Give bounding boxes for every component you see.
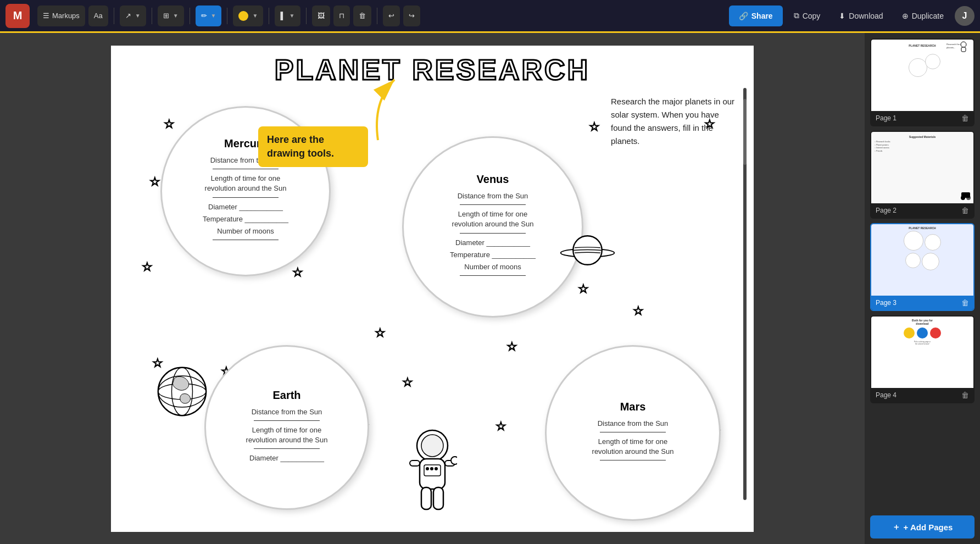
avatar[interactable]: J <box>955 6 975 26</box>
delete-page-4-icon[interactable]: 🗑 <box>961 391 969 399</box>
font-button[interactable]: Aa <box>88 5 108 26</box>
star-decoration: ☆ <box>589 120 600 134</box>
page-thumb-3-image: PLANET RESEARCH <box>871 224 973 296</box>
mars-line-1 <box>600 432 666 432</box>
svg-point-8 <box>421 435 443 457</box>
mercury-field-4: Temperature ___________ <box>203 214 288 224</box>
markups-button[interactable]: ☰ Markups <box>37 5 85 26</box>
svg-point-13 <box>435 467 438 470</box>
scrollbar-track[interactable] <box>743 88 747 500</box>
page-thumb-2-image: Suggested Materials ○ Research books ○ P… <box>871 132 973 203</box>
page-thumb-4-image: Both for you fordownload Pick a coloring… <box>871 317 973 388</box>
crop-icon: ⊓ <box>339 12 344 20</box>
venus-field-2: Length of time for onerevolution around … <box>452 209 534 229</box>
star-decoration: ☆ <box>578 282 589 296</box>
canvas-area[interactable]: Here are the drawing tools. PLANET RESEA… <box>0 33 865 544</box>
star-decoration: ☆ <box>402 375 413 390</box>
star-decoration: ☆ <box>149 175 160 189</box>
grid-button[interactable]: ⊞ ▼ <box>158 5 184 26</box>
page-thumb-2[interactable]: Suggested Materials ○ Research books ○ P… <box>870 131 975 219</box>
earth-title: Earth <box>272 389 300 402</box>
svg-point-12 <box>430 467 433 470</box>
copy-icon: ⧉ <box>794 11 799 20</box>
page-thumb-4[interactable]: Both for you fordownload Pick a coloring… <box>870 315 975 403</box>
mercury-field-5: Number of moons <box>217 226 274 236</box>
arrow-button[interactable]: ↗ ▼ <box>120 5 146 26</box>
star-decoration: ☆ <box>292 265 303 280</box>
page-title: PLANET RESEARCH <box>111 53 754 86</box>
crop-button[interactable]: ⊓ <box>333 5 350 26</box>
venus-field-4: Temperature ___________ <box>450 250 536 260</box>
delete-button[interactable]: 🗑 <box>353 5 371 26</box>
mars-line-2 <box>600 460 666 460</box>
delete-page-1-icon[interactable]: 🗑 <box>961 114 969 123</box>
pen-icon: ✏ <box>201 12 207 20</box>
separator-5 <box>269 8 269 24</box>
venus-title: Venus <box>477 173 509 186</box>
page-thumb-1[interactable]: PLANET RESEARCH Research the majorplanet… <box>870 38 975 126</box>
separator-7 <box>377 8 377 24</box>
svg-point-19 <box>961 42 966 47</box>
svg-point-18 <box>451 457 457 464</box>
mercury-line-3 <box>213 240 279 240</box>
earth-field-1: Distance from the Sun <box>252 407 322 417</box>
pen-button[interactable]: ✏ ▼ <box>196 5 222 26</box>
stroke-icon: ▌ <box>280 12 285 20</box>
venus-line-3 <box>460 275 526 276</box>
star-decoration: ☆ <box>164 117 175 131</box>
mars-title: Mars <box>620 401 646 413</box>
redo-button[interactable]: ↪ <box>403 5 420 26</box>
saturn-decoration <box>559 230 616 271</box>
earth-circle: Earth Distance from the Sun Length of ti… <box>204 345 369 510</box>
arrow-icon: ↗ <box>125 12 131 20</box>
image-button[interactable]: 🖼 <box>312 5 330 26</box>
delete-page-2-icon[interactable]: 🗑 <box>961 206 969 215</box>
earth-line-2 <box>254 448 320 449</box>
venus-line-2 <box>460 233 526 234</box>
mercury-field-2: Length of time for onerevolution around … <box>205 174 287 193</box>
delete-page-3-icon[interactable]: 🗑 <box>961 298 969 307</box>
add-pages-button[interactable]: ＋ + Add Pages <box>870 515 975 539</box>
tooltip-arrow <box>361 74 405 148</box>
duplicate-button[interactable]: ⊕ Duplicate <box>894 5 951 26</box>
earth-line-1 <box>254 420 320 421</box>
color-picker-button[interactable]: ▼ <box>233 5 263 26</box>
copy-button[interactable]: ⧉ Copy <box>786 5 828 26</box>
mars-field-2: Length of time for onerevolution around … <box>592 437 674 457</box>
app-logo: M <box>5 4 30 28</box>
earth-field-3: Diameter ___________ <box>249 453 324 463</box>
color-caret: ▼ <box>252 13 258 19</box>
page-2-label: Page 2 <box>876 207 897 214</box>
venus-field-1: Distance from the Sun <box>458 191 528 201</box>
sidebar: PLANET RESEARCH Research the majorplanet… <box>865 33 980 544</box>
color-dot <box>238 11 248 21</box>
mars-field-1: Distance from the Sun <box>598 419 669 429</box>
star-decoration: ☆ <box>506 340 517 354</box>
venus-line-1 <box>460 204 526 205</box>
star-decoration: ☆ <box>375 326 386 340</box>
venus-field-3: Diameter ___________ <box>455 238 530 248</box>
download-icon: ⬇ <box>839 12 845 20</box>
tooltip-box: Here are the drawing tools. <box>258 126 368 167</box>
stroke-caret: ▼ <box>289 13 295 19</box>
main-layout: Here are the drawing tools. PLANET RESEA… <box>0 33 980 544</box>
svg-point-1 <box>158 367 206 415</box>
share-icon: 🔗 <box>739 12 748 20</box>
pen-caret: ▼ <box>211 13 216 19</box>
star-decoration: ☆ <box>142 260 153 274</box>
toolbar: M ☰ Markups Aa ↗ ▼ ⊞ ▼ ✏ ▼ ▼ ▌ ▼ 🖼 ⊓ 🗑 <box>0 0 980 33</box>
research-text: Research the major planets in our solar … <box>611 95 737 148</box>
page-thumb-3[interactable]: PLANET RESEARCH Page 3 🗑 <box>870 223 975 311</box>
venus-circle: Venus Distance from the Sun Length of ti… <box>402 136 583 318</box>
download-button[interactable]: ⬇ Download <box>831 5 890 26</box>
share-button[interactable]: 🔗 Share <box>729 5 783 26</box>
undo-button[interactable]: ↩ <box>383 5 400 26</box>
svg-rect-14 <box>410 460 420 466</box>
page-thumb-4-footer: Page 4 🗑 <box>871 388 973 402</box>
svg-rect-17 <box>433 487 443 509</box>
grid-icon: ⊞ <box>163 12 169 20</box>
scrollbar-thumb[interactable] <box>743 99 747 165</box>
stroke-button[interactable]: ▌ ▼ <box>275 5 300 26</box>
page-canvas[interactable]: PLANET RESEARCH ☆ ☆ ☆ ☆ ☆ ☆ ☆ ☆ ☆ ☆ ☆ ☆ … <box>111 46 754 532</box>
page-thumb-3-footer: Page 3 🗑 <box>871 296 973 310</box>
